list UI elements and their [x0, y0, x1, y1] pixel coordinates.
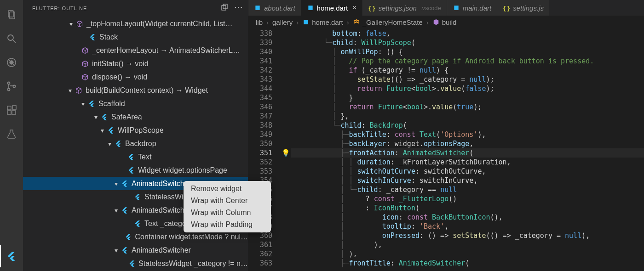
outline-item[interactable]: ▾SafeArea [23, 110, 248, 124]
outline-item-label: _centerHomeLayout → AnimatedSwitcherL… [92, 46, 240, 55]
svg-rect-11 [7, 111, 11, 114]
code-line[interactable]: │ : IconButton( [291, 203, 644, 213]
breadcrumb-item[interactable]: gallery [272, 18, 293, 26]
context-menu-item[interactable]: Wrap with Padding [184, 219, 271, 231]
code-line[interactable]: │ icon: const BackButtonIcon(), [291, 213, 644, 222]
breadcrumbs[interactable]: lib›gallery›home.dart›_GalleryHomeState›… [248, 16, 644, 28]
outline-item[interactable]: dispose() → void [23, 70, 248, 84]
code-line[interactable]: ├─frontTitle: AnimatedSwitcher( [291, 259, 644, 268]
chevron-down-icon[interactable]: ▾ [98, 127, 106, 134]
context-menu-item[interactable]: Remove widget [184, 183, 271, 195]
code-line[interactable]: ├─frontAction: AnimatedSwitcher( [291, 148, 644, 158]
svg-point-7 [8, 82, 10, 85]
line-number: 349 [248, 130, 272, 139]
code-content[interactable]: bottom: false, └─child: WillPopScope( │ … [291, 28, 644, 271]
code-line[interactable]: ├─backTitle: const Text('Options'), [291, 130, 644, 139]
breadcrumb-item[interactable]: build [432, 18, 457, 26]
breadcrumb-label: _GalleryHomeState [362, 18, 423, 26]
activity-debug-icon[interactable] [0, 51, 23, 73]
sidebar-more-icon[interactable]: ··· [235, 4, 243, 13]
editor-tab[interactable]: { }settings.json.vscode [362, 0, 447, 16]
outline-item[interactable]: ▾_topHomeLayout(Widget currentChild, Lis… [23, 17, 248, 30]
close-icon[interactable]: × [352, 4, 356, 12]
tab-label: settings.json [378, 4, 416, 12]
chevron-down-icon[interactable]: ▾ [112, 207, 120, 214]
outline-item[interactable]: ▾build(BuildContext context) → Widget [23, 84, 248, 97]
cube-icon [81, 46, 89, 55]
svg-rect-13 [12, 106, 16, 109]
chevron-down-icon[interactable]: ▾ [66, 87, 74, 94]
activity-search-icon[interactable] [0, 28, 23, 50]
code-line[interactable]: │ onWillPop: () { [291, 47, 644, 56]
context-menu-item[interactable]: Wrap with Center [184, 195, 271, 207]
breadcrumb-item[interactable]: _GalleryHomeState [353, 18, 423, 26]
outline-item-label: _topHomeLayout(Widget currentChild, List… [86, 20, 232, 28]
outline-item[interactable]: ▾Scaffold [23, 97, 248, 110]
code-line[interactable]: │ }, [291, 112, 644, 121]
breadcrumb-item[interactable]: home.dart [302, 18, 343, 26]
outline-item[interactable]: Stack [23, 30, 248, 44]
code-line[interactable]: └─child: Backdrop( [291, 121, 644, 130]
code-line[interactable]: └─child: WillPopScope( [291, 38, 644, 47]
code-line[interactable]: │ return Future<bool>.value(false); [291, 84, 644, 93]
chevron-down-icon[interactable]: ▾ [67, 20, 75, 28]
svg-rect-1 [10, 12, 15, 19]
outline-item[interactable]: ▾WillPopScope [23, 124, 248, 137]
activity-flutter-icon[interactable] [0, 245, 22, 267]
outline-item[interactable]: ▾AnimatedSwitcher [23, 243, 248, 257]
chevron-down-icon[interactable]: ▾ [106, 140, 113, 147]
chevron-down-icon[interactable]: ▾ [112, 180, 120, 187]
line-number: 360 [248, 231, 272, 240]
outline-item[interactable]: initState() → void [23, 57, 248, 70]
sidebar-action-icon[interactable] [221, 4, 228, 13]
code-line[interactable]: │ tooltip: 'Back', [291, 222, 644, 231]
dart-file-icon [307, 4, 314, 11]
code-line[interactable]: │ │ duration: _kFrontLayerSwitchDuration… [291, 158, 644, 167]
line-number: 363 [248, 259, 272, 268]
chevron-right-icon: › [426, 18, 429, 26]
code-line[interactable]: │ } [291, 93, 644, 102]
code-line[interactable]: │ │ switchInCurve: switchInCurve, [291, 176, 644, 185]
outline-item[interactable]: _centerHomeLayout → AnimatedSwitcherL… [23, 44, 248, 57]
outline-item-label: SafeArea [111, 113, 142, 121]
code-line[interactable]: │ │ switchOutCurve: switchOutCurve, [291, 167, 644, 176]
chevron-down-icon[interactable]: ▾ [112, 247, 120, 254]
code-line[interactable]: │ ? const _FlutterLogo() [291, 194, 644, 203]
breadcrumb-item[interactable]: lib [256, 18, 263, 26]
outline-item[interactable]: Text [23, 150, 248, 164]
outline-item-label: WillPopScope [118, 126, 164, 135]
activity-scm-icon[interactable] [0, 75, 23, 97]
sidebar-actions: ··· [221, 4, 243, 13]
editor-tab[interactable]: main.dart [447, 0, 498, 16]
class-icon [353, 18, 360, 26]
code-editor[interactable]: 3383393403413423433443453463473483493503… [248, 28, 644, 271]
flutter-icon [107, 126, 115, 135]
code-line[interactable]: bottom: false, [291, 29, 644, 38]
svg-line-3 [13, 40, 16, 43]
editor-tab[interactable]: { }settings.js [497, 0, 550, 16]
code-line[interactable]: ├─backLayer: widget.optionsPage, [291, 139, 644, 148]
flutter-icon [125, 233, 132, 241]
code-line[interactable]: │ └─child: _category == null [291, 185, 644, 194]
code-line[interactable]: │ setState(() => _category = null); [291, 75, 644, 84]
outline-item[interactable]: Widget widget.optionsPage [23, 164, 248, 177]
outline-item[interactable]: StatelessWidget _category != n… [23, 257, 248, 270]
chevron-down-icon[interactable]: ▾ [92, 113, 99, 121]
code-line[interactable]: │ // Pop the category page if Android ba… [291, 56, 644, 66]
code-line[interactable]: │ if (_category != null) { [291, 66, 644, 75]
activity-test-icon[interactable] [0, 123, 23, 145]
activity-explorer-icon[interactable] [0, 4, 23, 26]
code-line[interactable]: │ onPressed: () => setState(() => _categ… [291, 231, 644, 240]
editor-tab[interactable]: about.dart [248, 0, 301, 16]
chevron-down-icon[interactable]: ▾ [79, 100, 86, 107]
code-line[interactable]: │ return Future<bool>.value(true); [291, 102, 644, 112]
outline-tree[interactable]: ▾_topHomeLayout(Widget currentChild, Lis… [23, 16, 248, 271]
editor-tab[interactable]: home.dart× [301, 0, 363, 16]
activity-extensions-icon[interactable] [0, 99, 23, 121]
context-menu-item[interactable]: Wrap with Column [184, 207, 271, 219]
outline-item[interactable]: ▾Backdrop [23, 137, 248, 150]
line-number: 348 [248, 121, 272, 130]
lightbulb-icon[interactable]: 💡 [282, 148, 290, 158]
code-line[interactable]: │ ), [291, 249, 644, 259]
code-line[interactable]: │ ), [291, 240, 644, 249]
